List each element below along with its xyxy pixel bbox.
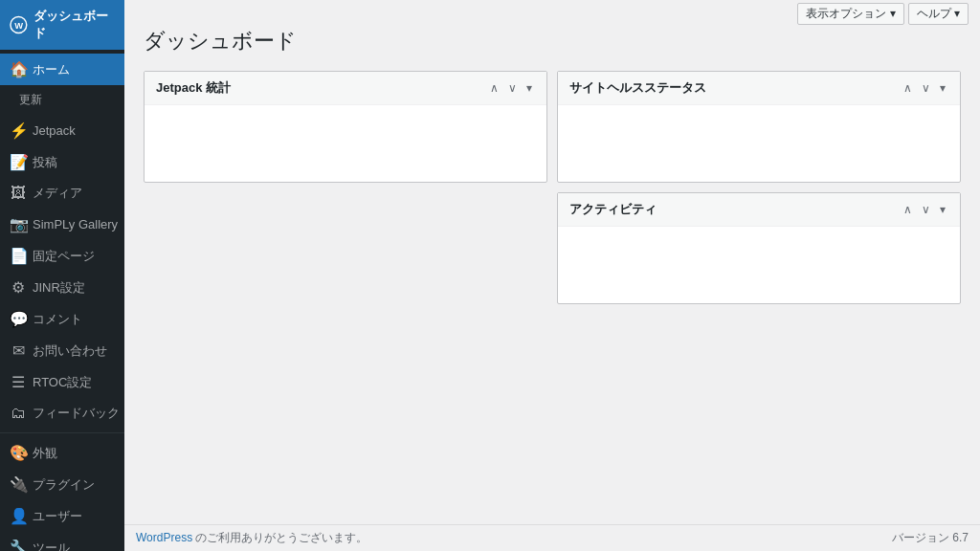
sidebar-label-simply-gallery: SimPLy Gallery	[33, 217, 118, 231]
sidebar-icon-appearance: 🎨	[10, 444, 27, 462]
sidebar-label-tools: ツール	[33, 540, 70, 552]
wordpress-logo-icon: W	[10, 15, 28, 34]
sidebar-item-contact[interactable]: ✉お問い合わせ	[0, 335, 124, 366]
main-content: 表示オプション ▾ ヘルプ ▾ ダッシュボード Jetpack 統計 ∧ ∨ ▾	[124, 0, 980, 551]
sidebar-icon-jinr: ⚙	[10, 278, 27, 297]
sidebar-icon-posts: 📝	[10, 153, 27, 171]
jetpack-stats-down-btn[interactable]: ∨	[505, 80, 520, 96]
widget-col-right: サイトヘルスステータス ∧ ∨ ▾ アクティビティ ∧ ∨ ▾	[557, 71, 961, 304]
sidebar-label-update: 更新	[19, 92, 42, 108]
sidebar-icon-plugins: 🔌	[10, 475, 27, 494]
sidebar-item-media[interactable]: 🖼メディア	[0, 178, 124, 209]
sidebar-item-posts[interactable]: 📝投稿	[0, 146, 124, 178]
widget-grid: Jetpack 統計 ∧ ∨ ▾ サイトヘルスステータス ∧ ∨	[144, 71, 961, 304]
svg-text:W: W	[14, 21, 23, 31]
sidebar-label-rtoc: RTOC設定	[33, 374, 92, 391]
sidebar-icon-rtoc: ☰	[10, 373, 27, 391]
sidebar-item-plugins[interactable]: 🔌プラグイン	[0, 469, 124, 500]
sidebar-label-comments: コメント	[33, 311, 82, 328]
page-title: ダッシュボード	[144, 27, 961, 55]
jetpack-stats-header: Jetpack 統計 ∧ ∨ ▾	[145, 72, 546, 105]
sidebar-icon-home: 🏠	[10, 60, 27, 78]
activity-controls: ∧ ∨ ▾	[901, 202, 948, 217]
footer-credit-text: のご利用ありがとうございます。	[195, 531, 368, 544]
sidebar-item-update[interactable]: 更新	[0, 85, 124, 115]
sidebar-divider-1	[0, 432, 124, 433]
jetpack-stats-body	[145, 105, 546, 182]
site-health-controls: ∧ ∨ ▾	[901, 80, 948, 96]
jetpack-stats-controls: ∧ ∨ ▾	[487, 80, 535, 96]
sidebar-item-feedback[interactable]: 🗂フィードバック	[0, 398, 124, 429]
activity-down-btn[interactable]: ∨	[919, 202, 933, 217]
sidebar-item-appearance[interactable]: 🎨外観	[0, 437, 124, 469]
sidebar-icon-comments: 💬	[10, 310, 27, 328]
sidebar-icon-tools: 🔧	[10, 539, 27, 551]
sidebar-label-contact: お問い合わせ	[33, 342, 107, 360]
sidebar-header-label: ダッシュボード	[33, 8, 115, 42]
sidebar-icon-simply-gallery: 📷	[10, 215, 27, 233]
footer: WordPress のご利用ありがとうございます。 バージョン 6.7	[124, 524, 980, 551]
jetpack-stats-up-btn[interactable]: ∧	[487, 80, 501, 96]
jetpack-stats-toggle-btn[interactable]: ▾	[523, 80, 535, 96]
site-health-toggle-btn[interactable]: ▾	[937, 80, 948, 96]
sidebar-label-pages: 固定ページ	[33, 248, 95, 265]
site-health-down-btn[interactable]: ∨	[919, 80, 933, 96]
activity-widget: アクティビティ ∧ ∨ ▾	[557, 192, 961, 304]
sidebar-item-jinr[interactable]: ⚙JINR設定	[0, 272, 124, 303]
display-options-button[interactable]: 表示オプション ▾	[797, 3, 903, 25]
footer-credit: WordPress のご利用ありがとうございます。	[136, 530, 368, 546]
sidebar-label-posts: 投稿	[33, 154, 57, 171]
sidebar-item-jetpack[interactable]: ⚡Jetpack	[0, 115, 124, 146]
sidebar-item-tools[interactable]: 🔧ツール	[0, 532, 124, 551]
sidebar-icon-contact: ✉	[10, 342, 27, 360]
sidebar-item-pages[interactable]: 📄固定ページ	[0, 240, 124, 272]
activity-header: アクティビティ ∧ ∨ ▾	[558, 193, 960, 227]
sidebar-item-rtoc[interactable]: ☰RTOC設定	[0, 366, 124, 398]
wordpress-link[interactable]: WordPress	[136, 531, 192, 544]
sidebar-label-media: メディア	[33, 185, 82, 202]
sidebar-item-users[interactable]: 👤ユーザー	[0, 500, 124, 532]
sidebar-label-appearance: 外観	[33, 445, 57, 462]
site-health-body	[558, 105, 960, 182]
widget-col-left: Jetpack 統計 ∧ ∨ ▾	[144, 71, 547, 304]
sidebar-label-home: ホーム	[33, 61, 70, 78]
jetpack-stats-widget: Jetpack 統計 ∧ ∨ ▾	[144, 71, 547, 183]
sidebar-nav: 🏠ホーム更新⚡Jetpack📝投稿🖼メディア📷SimPLy Gallery📄固定…	[0, 50, 124, 551]
help-button[interactable]: ヘルプ ▾	[908, 3, 969, 25]
sidebar: W ダッシュボード 🏠ホーム更新⚡Jetpack📝投稿🖼メディア📷SimPLy …	[0, 0, 124, 551]
sidebar-label-plugins: プラグイン	[33, 476, 95, 494]
sidebar-item-home[interactable]: 🏠ホーム	[0, 54, 124, 85]
jetpack-stats-title: Jetpack 統計	[156, 79, 231, 97]
activity-up-btn[interactable]: ∧	[901, 202, 915, 217]
activity-toggle-btn[interactable]: ▾	[937, 202, 948, 217]
sidebar-label-users: ユーザー	[33, 508, 82, 525]
sidebar-icon-pages: 📄	[10, 247, 27, 265]
footer-version: バージョン 6.7	[892, 530, 969, 546]
site-health-header: サイトヘルスステータス ∧ ∨ ▾	[558, 72, 960, 105]
sidebar-icon-media: 🖼	[10, 185, 27, 202]
sidebar-label-jetpack: Jetpack	[33, 123, 76, 138]
activity-body	[558, 227, 960, 303]
sidebar-header[interactable]: W ダッシュボード	[0, 0, 124, 50]
sidebar-icon-jetpack: ⚡	[10, 121, 27, 140]
site-health-up-btn[interactable]: ∧	[901, 80, 915, 96]
sidebar-icon-feedback: 🗂	[10, 405, 27, 422]
sidebar-item-comments[interactable]: 💬コメント	[0, 303, 124, 335]
sidebar-label-feedback: フィードバック	[33, 405, 120, 422]
sidebar-item-simply-gallery[interactable]: 📷SimPLy Gallery	[0, 209, 124, 240]
sidebar-label-jinr: JINR設定	[33, 279, 85, 297]
topbar: 表示オプション ▾ ヘルプ ▾	[249, 0, 980, 27]
site-health-widget: サイトヘルスステータス ∧ ∨ ▾	[557, 71, 961, 183]
activity-title: アクティビティ	[569, 201, 657, 218]
sidebar-icon-users: 👤	[10, 507, 27, 525]
site-health-title: サイトヘルスステータス	[569, 79, 706, 97]
